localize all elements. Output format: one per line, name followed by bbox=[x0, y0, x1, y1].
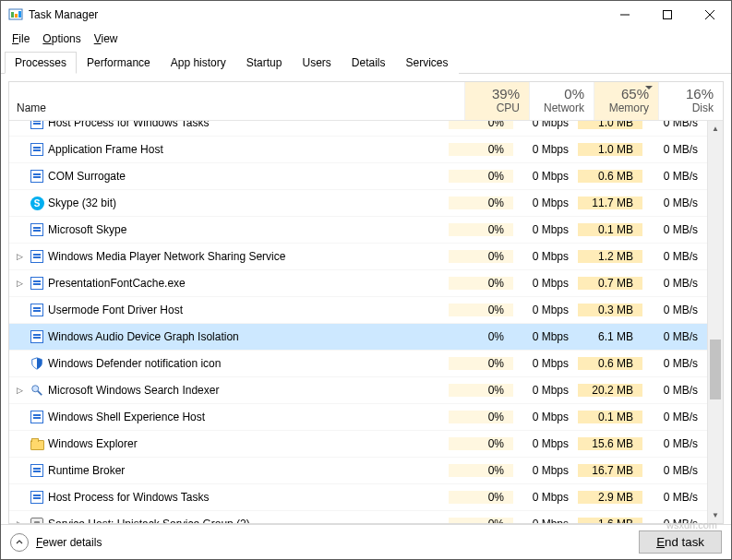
shield-icon bbox=[30, 356, 44, 371]
column-header-cpu[interactable]: 39%CPU bbox=[464, 82, 529, 120]
process-name: Application Frame Host bbox=[48, 143, 163, 156]
cell-net: 0 Mbps bbox=[513, 464, 578, 477]
svg-rect-1 bbox=[11, 12, 14, 18]
tab-users[interactable]: Users bbox=[292, 52, 341, 74]
scroll-track[interactable] bbox=[708, 137, 723, 507]
cell-net: 0 Mbps bbox=[513, 223, 578, 236]
svg-rect-3 bbox=[18, 11, 21, 18]
column-header-name[interactable]: Name bbox=[9, 82, 464, 120]
cell-cpu: 0% bbox=[449, 223, 513, 236]
app-icon bbox=[30, 249, 44, 264]
app-icon bbox=[30, 169, 44, 184]
cell-mem: 15.6 MB bbox=[578, 437, 642, 450]
expand-toggle[interactable]: ▷ bbox=[13, 279, 26, 288]
vertical-scrollbar[interactable]: ▲ ▼ bbox=[707, 121, 723, 523]
process-row[interactable]: COM Surrogate0%0 Mbps0.6 MB0 MB/s bbox=[9, 163, 707, 190]
process-row[interactable]: ▷Windows Media Player Network Sharing Se… bbox=[9, 244, 707, 270]
cell-net: 0 Mbps bbox=[513, 357, 578, 370]
process-table: Name 39%CPU 0%Network 65%Memory 16%Disk … bbox=[8, 81, 724, 524]
process-row[interactable]: Windows Defender notification icon0%0 Mb… bbox=[9, 351, 707, 377]
cell-disk: 0 MB/s bbox=[642, 250, 707, 263]
process-name: Windows Explorer bbox=[48, 437, 138, 450]
tab-startup[interactable]: Startup bbox=[236, 52, 293, 74]
column-header-network[interactable]: 0%Network bbox=[529, 82, 594, 120]
process-row[interactable]: Windows Explorer0%0 Mbps15.6 MB0 MB/s bbox=[9, 431, 707, 458]
process-name: PresentationFontCache.exe bbox=[48, 277, 186, 290]
cell-disk: 0 MB/s bbox=[642, 411, 707, 423]
menu-view[interactable]: View bbox=[89, 30, 124, 47]
cell-mem: 0.1 MB bbox=[578, 223, 642, 236]
expand-toggle[interactable]: ▷ bbox=[13, 386, 26, 395]
tab-processes[interactable]: Processes bbox=[5, 52, 77, 74]
cell-disk: 0 MB/s bbox=[642, 518, 707, 523]
column-headers: Name 39%CPU 0%Network 65%Memory 16%Disk bbox=[9, 82, 723, 121]
process-name: Windows Defender notification icon bbox=[48, 357, 221, 370]
cell-disk: 0 MB/s bbox=[642, 330, 707, 343]
process-row[interactable]: SSkype (32 bit)0%0 Mbps11.7 MB0 MB/s bbox=[9, 190, 707, 217]
process-row[interactable]: Windows Audio Device Graph Isolation0%0 … bbox=[9, 324, 707, 351]
cell-net: 0 Mbps bbox=[513, 250, 578, 263]
column-header-disk[interactable]: 16%Disk bbox=[658, 82, 723, 120]
process-row[interactable]: ▷Service Host: Unistack Service Group (2… bbox=[9, 511, 707, 523]
app-icon bbox=[30, 121, 44, 130]
tab-details[interactable]: Details bbox=[342, 52, 396, 74]
process-name: Windows Shell Experience Host bbox=[48, 411, 205, 423]
process-row[interactable]: Runtime Broker0%0 Mbps16.7 MB0 MB/s bbox=[9, 458, 707, 484]
cell-net: 0 Mbps bbox=[513, 437, 578, 450]
cell-disk: 0 MB/s bbox=[642, 464, 707, 477]
cell-cpu: 0% bbox=[449, 170, 513, 183]
expand-toggle[interactable]: ▷ bbox=[13, 519, 26, 523]
menu-options[interactable]: Options bbox=[37, 30, 86, 47]
scroll-thumb[interactable] bbox=[710, 340, 721, 399]
scroll-up-button[interactable]: ▲ bbox=[708, 121, 723, 137]
cell-disk: 0 MB/s bbox=[642, 437, 707, 450]
process-name: Usermode Font Driver Host bbox=[48, 304, 183, 316]
tab-strip: ProcessesPerformanceApp historyStartupUs… bbox=[1, 51, 731, 74]
cell-net: 0 Mbps bbox=[513, 330, 578, 343]
cell-mem: 1.6 MB bbox=[578, 518, 642, 523]
process-row[interactable]: Usermode Font Driver Host0%0 Mbps0.3 MB0… bbox=[9, 297, 707, 324]
cell-mem: 0.6 MB bbox=[578, 357, 642, 370]
fewer-details-icon[interactable] bbox=[10, 533, 29, 552]
process-row[interactable]: ▷PresentationFontCache.exe0%0 Mbps0.7 MB… bbox=[9, 270, 707, 297]
cell-cpu: 0% bbox=[449, 277, 513, 290]
close-button[interactable] bbox=[689, 1, 731, 29]
cell-disk: 0 MB/s bbox=[642, 357, 707, 370]
column-header-memory[interactable]: 65%Memory bbox=[594, 82, 658, 120]
cell-cpu: 0% bbox=[449, 250, 513, 263]
process-row[interactable]: Host Process for Windows Tasks0%0 Mbps1.… bbox=[9, 121, 707, 137]
process-row[interactable]: ▷Microsoft Windows Search Indexer0%0 Mbp… bbox=[9, 377, 707, 404]
app-icon bbox=[30, 222, 44, 237]
cell-disk: 0 MB/s bbox=[642, 384, 707, 397]
tab-performance[interactable]: Performance bbox=[77, 52, 161, 74]
menu-file[interactable]: File bbox=[6, 30, 35, 47]
app-icon bbox=[30, 410, 44, 424]
process-name: Host Process for Windows Tasks bbox=[48, 491, 210, 504]
minimize-button[interactable] bbox=[604, 1, 646, 29]
process-row[interactable]: Host Process for Windows Tasks0%0 Mbps2.… bbox=[9, 484, 707, 511]
app-icon bbox=[30, 463, 44, 478]
process-row[interactable]: Microsoft Skype0%0 Mbps0.1 MB0 MB/s bbox=[9, 217, 707, 244]
process-row[interactable]: Windows Shell Experience Host0%0 Mbps0.1… bbox=[9, 404, 707, 431]
process-name: Host Process for Windows Tasks bbox=[48, 121, 210, 129]
process-name: Runtime Broker bbox=[48, 464, 125, 477]
scroll-down-button[interactable]: ▼ bbox=[708, 507, 723, 523]
app-icon bbox=[30, 276, 44, 291]
maximize-button[interactable] bbox=[646, 1, 689, 29]
fewer-details-link[interactable]: Fewer details bbox=[36, 536, 102, 549]
cell-disk: 0 MB/s bbox=[642, 304, 707, 316]
footer-bar: Fewer details End task bbox=[1, 524, 731, 559]
process-name: Windows Audio Device Graph Isolation bbox=[48, 330, 239, 343]
tab-app-history[interactable]: App history bbox=[161, 52, 236, 74]
process-list[interactable]: Host Process for Windows Tasks0%0 Mbps1.… bbox=[9, 121, 707, 523]
process-row[interactable]: Application Frame Host0%0 Mbps1.0 MB0 MB… bbox=[9, 137, 707, 163]
cell-net: 0 Mbps bbox=[513, 491, 578, 504]
end-task-button[interactable]: End task bbox=[639, 530, 722, 554]
folder-icon bbox=[30, 436, 44, 451]
tab-services[interactable]: Services bbox=[396, 52, 459, 74]
svg-rect-2 bbox=[15, 14, 18, 18]
cell-mem: 0.3 MB bbox=[578, 304, 642, 316]
expand-toggle[interactable]: ▷ bbox=[13, 252, 26, 261]
cell-mem: 1.0 MB bbox=[578, 143, 642, 156]
title-bar: Task Manager bbox=[1, 1, 731, 29]
